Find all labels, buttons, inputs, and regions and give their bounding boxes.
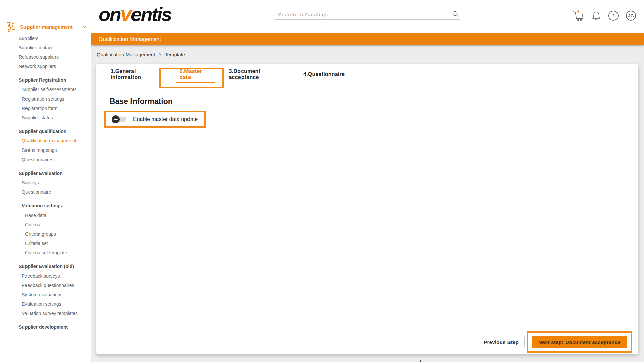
sidebar-item-system-evaluations[interactable]: System evaluations bbox=[0, 290, 91, 299]
sidebar-section-supplier-development[interactable]: Supplier development bbox=[0, 322, 91, 332]
toggle-off-dash-icon bbox=[114, 119, 118, 120]
breadcrumb-qualification-management[interactable]: Qualification Management bbox=[97, 52, 155, 57]
sidebar-item-criteria-groups[interactable]: Criteria groups bbox=[0, 229, 91, 239]
sidebar-item-feedback-questionnaires[interactable]: Feedback questionnaires bbox=[0, 281, 91, 290]
header-icons: 6 ? JG bbox=[572, 10, 636, 21]
tab-questionnaire[interactable]: 4.Questionnaire bbox=[294, 64, 354, 85]
tab-document-acceptance[interactable]: 3.Document acceptance bbox=[220, 64, 294, 85]
logo-text: entis bbox=[131, 3, 171, 25]
search-input[interactable] bbox=[278, 12, 449, 17]
sidebar-item-supplier-status[interactable]: Supplier status bbox=[0, 113, 91, 122]
next-step-button[interactable]: Next step: Document acceptance bbox=[532, 336, 627, 348]
help-button[interactable]: ? bbox=[608, 11, 619, 21]
banner-title: Qualification Management bbox=[99, 36, 161, 42]
highlight-annotation-master-data-toggle: Enable master data update bbox=[104, 111, 206, 128]
hand-truck-icon bbox=[5, 21, 15, 32]
catalog-search bbox=[275, 9, 460, 20]
sidebar-item-questionnaires[interactable]: Questionnaires bbox=[0, 155, 91, 164]
search-icon[interactable] bbox=[452, 11, 459, 17]
sidebar-section-valuation-settings[interactable]: Valuation settings bbox=[0, 201, 91, 210]
sidebar-item-valuation-survey-templates[interactable]: Valuation survey templates bbox=[0, 309, 91, 318]
sidebar-item-criteria-set-template[interactable]: Criteria set template bbox=[0, 248, 91, 257]
sidebar-item-criteria[interactable]: Criteria bbox=[0, 220, 91, 229]
sidebar-item-registration-settings[interactable]: Registration settings bbox=[0, 94, 91, 104]
sidebar: Supplier management Suppliers Supplier c… bbox=[0, 0, 91, 362]
notifications-button[interactable] bbox=[592, 11, 601, 21]
toggle-label: Enable master data update bbox=[133, 116, 198, 122]
sidebar-header bbox=[0, 0, 91, 16]
cut-off-content-artifact bbox=[420, 360, 421, 362]
sidebar-item-feedback-surveys[interactable]: Feedback surveys bbox=[0, 271, 91, 281]
breadcrumb: Qualification Management Template bbox=[91, 45, 644, 64]
sidebar-item-supplier-self-assessments[interactable]: Supplier self-assessments bbox=[0, 85, 91, 94]
sidebar-nav: Supplier management Suppliers Supplier c… bbox=[0, 16, 91, 332]
sidebar-item-evaluation-settings[interactable]: Evaluation settings bbox=[0, 299, 91, 309]
previous-step-button[interactable]: Previous Step bbox=[478, 336, 525, 348]
sidebar-item-questionnaire[interactable]: Questionnaire bbox=[0, 187, 91, 197]
sidebar-section-supplier-evaluation-old[interactable]: Supplier Evaluation (old) bbox=[0, 262, 91, 271]
avatar-initials: JG bbox=[628, 13, 634, 18]
sidebar-item-label: Supplier management bbox=[20, 24, 82, 30]
sidebar-item-released-suppliers[interactable]: Released suppliers bbox=[0, 52, 91, 62]
sidebar-item-qualification-management[interactable]: Qualification management bbox=[0, 136, 91, 145]
sidebar-section-supplier-registration[interactable]: Supplier Registration bbox=[0, 75, 91, 85]
section-title: Base Information bbox=[110, 97, 638, 106]
wizard-footer: Previous Step Next step: Document accept… bbox=[478, 331, 632, 353]
breadcrumb-separator-icon bbox=[158, 52, 161, 57]
sidebar-item-suppliers[interactable]: Suppliers bbox=[0, 34, 91, 43]
sidebar-item-network-suppliers[interactable]: Network suppliers bbox=[0, 62, 91, 71]
sidebar-item-criteria-set[interactable]: Criteria set bbox=[0, 239, 91, 248]
main-area: onventis 6 bbox=[91, 0, 644, 362]
enable-master-data-update-toggle[interactable] bbox=[112, 117, 126, 122]
sidebar-item-supplier-management[interactable]: Supplier management bbox=[0, 20, 91, 34]
user-avatar[interactable]: JG bbox=[626, 11, 636, 21]
sidebar-section-supplier-qualification[interactable]: Supplier qualification bbox=[0, 127, 91, 136]
sidebar-section-supplier-evaluation[interactable]: Supplier Evaluation bbox=[0, 169, 91, 178]
cart-badge: 6 bbox=[577, 9, 580, 14]
sidebar-item-surveys[interactable]: Surveys bbox=[0, 178, 91, 187]
logo-text: on bbox=[99, 3, 120, 25]
sidebar-item-status-mappings[interactable]: Status mappings bbox=[0, 145, 91, 155]
toggle-knob bbox=[112, 115, 120, 123]
onventis-logo[interactable]: onventis bbox=[99, 2, 171, 26]
logo-accent: v bbox=[120, 2, 131, 25]
wizard-tabs: 1.General information 2.Master data 3.Do… bbox=[102, 64, 354, 85]
sidebar-item-supplier-contact[interactable]: Supplier contact bbox=[0, 43, 91, 52]
hamburger-menu-icon[interactable] bbox=[7, 4, 14, 12]
highlight-annotation-next-step-button: Next step: Document acceptance bbox=[527, 331, 632, 353]
tab-master-data[interactable]: 2.Master data bbox=[171, 64, 220, 85]
module-banner: Qualification Management bbox=[91, 33, 644, 45]
breadcrumb-template[interactable]: Template bbox=[165, 52, 185, 57]
top-header: onventis 6 bbox=[91, 0, 644, 33]
chevron-down-icon bbox=[82, 25, 86, 28]
sidebar-item-base-data[interactable]: Base data bbox=[0, 210, 91, 220]
active-tab-underline bbox=[176, 82, 216, 83]
sidebar-item-registration-form[interactable]: Registration form bbox=[0, 104, 91, 113]
tab-label: 2.Master data bbox=[180, 68, 212, 80]
help-glyph: ? bbox=[612, 13, 615, 18]
bell-icon bbox=[592, 11, 601, 21]
tab-general-information[interactable]: 1.General information bbox=[102, 64, 171, 85]
cart-button[interactable]: 6 bbox=[572, 10, 584, 21]
template-wizard-card: 1.General information 2.Master data 3.Do… bbox=[96, 64, 638, 354]
